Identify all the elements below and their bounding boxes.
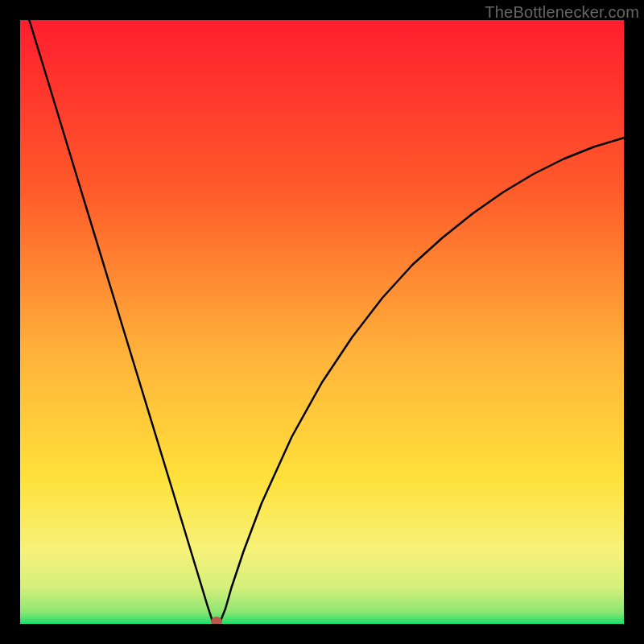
bottleneck-curve [20, 20, 624, 624]
chart-frame: TheBottlenecker.com [0, 0, 644, 644]
plot-area [20, 20, 624, 624]
optimal-point-marker [211, 617, 222, 624]
attribution-text: TheBottlenecker.com [485, 3, 639, 22]
